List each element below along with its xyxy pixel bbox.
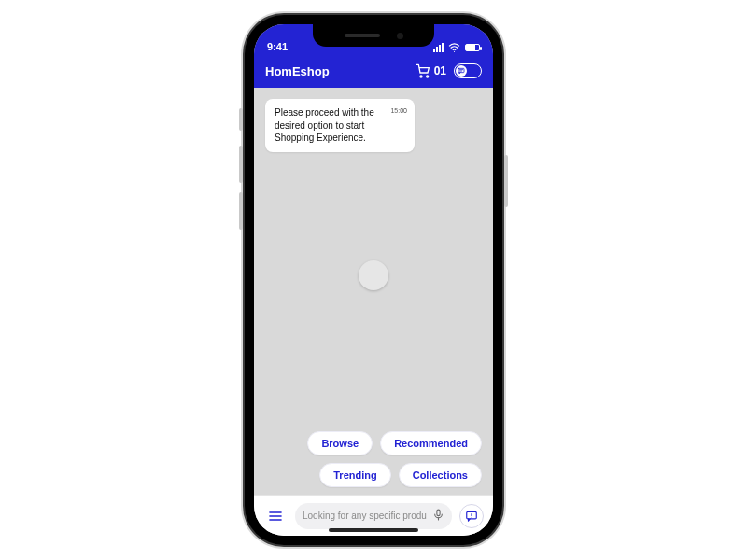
svg-point-0 (454, 51, 455, 52)
search-field[interactable] (295, 503, 452, 529)
home-indicator[interactable] (329, 528, 418, 532)
message-time: 15:00 (390, 106, 407, 115)
notch (313, 24, 434, 47)
chat-toggle[interactable] (454, 63, 482, 78)
chat-area: 15:00 Please proceed with the desired op… (254, 88, 493, 495)
chip-browse[interactable]: Browse (307, 431, 373, 455)
phone-side-button (239, 192, 243, 230)
status-time: 9:41 (267, 41, 288, 52)
phone-side-button (239, 146, 243, 183)
message-text: Please proceed with the desired option t… (275, 107, 374, 143)
search-input[interactable] (303, 511, 427, 521)
svg-point-12 (472, 516, 472, 517)
app-header: HomEshop 01 (254, 54, 493, 88)
phone-side-button (504, 155, 508, 207)
chat-toggle-icon (458, 67, 465, 75)
mic-button[interactable] (432, 508, 444, 525)
battery-icon (465, 44, 480, 51)
screen: 9:41 HomEshop 01 (254, 24, 493, 536)
app-title: HomEshop (265, 64, 330, 78)
hamburger-icon (268, 509, 283, 524)
wifi-icon (448, 43, 460, 52)
touch-indicator (359, 260, 388, 290)
chat-button[interactable] (459, 504, 484, 528)
chip-recommended[interactable]: Recommended (380, 431, 482, 455)
bot-message: 15:00 Please proceed with the desired op… (265, 99, 415, 152)
quick-reply-chips: Browse Recommended Trending Collections (276, 431, 482, 487)
chip-collections[interactable]: Collections (399, 463, 482, 487)
cart-button[interactable]: 01 (416, 63, 446, 78)
svg-point-2 (426, 76, 428, 77)
menu-button[interactable] (263, 504, 288, 528)
chip-trending[interactable]: Trending (319, 463, 390, 487)
svg-rect-9 (437, 510, 440, 516)
chat-icon (465, 510, 478, 523)
cart-icon (416, 63, 430, 78)
cart-count: 01 (434, 64, 446, 77)
mic-icon (432, 509, 444, 521)
svg-point-1 (420, 76, 422, 77)
svg-rect-3 (458, 68, 464, 72)
phone-side-button (239, 108, 243, 131)
signal-icon (433, 43, 444, 52)
phone-frame: 9:41 HomEshop 01 (245, 15, 502, 545)
